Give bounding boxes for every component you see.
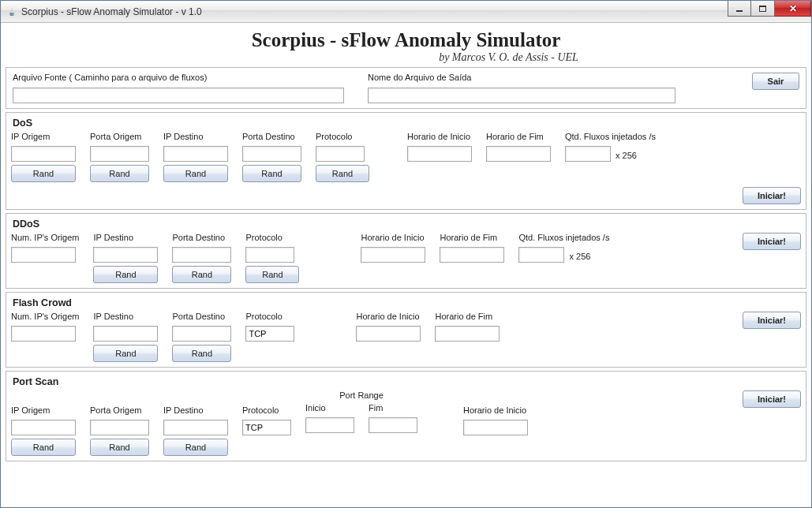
ddos-hinicio-label: Horario de Inicio	[361, 233, 425, 242]
dos-protocolo-rand-button[interactable]: Rand	[316, 165, 369, 182]
ps-inicio-label: Inicio	[305, 403, 354, 413]
ddos-action-col: Iniciar!	[743, 233, 801, 250]
ddos-qtd-input[interactable]	[518, 247, 564, 263]
ps-hinicio-input[interactable]	[463, 420, 528, 435]
ddos-protocolo-rand-button[interactable]: Rand	[245, 266, 299, 283]
ddos-qtd-label: Qtd. Fluxos injetados /s	[518, 233, 609, 242]
ddos-ipdestino-input[interactable]	[93, 247, 158, 263]
dos-protocolo-label: Protocolo	[316, 132, 369, 141]
portscan-title: Port Scan	[13, 376, 801, 387]
ps-iniciar-button[interactable]: Iniciar!	[743, 390, 801, 408]
dos-qtd-label: Qtd. Fluxos injetados /s	[565, 132, 656, 141]
flash-protocolo-input[interactable]	[245, 326, 294, 342]
flash-hinicio-input[interactable]	[356, 326, 421, 342]
ps-inicio-input[interactable]	[305, 417, 354, 433]
ddos-numips-input[interactable]	[11, 247, 76, 263]
flash-portadestino-input[interactable]	[172, 326, 231, 342]
ps-action-col: Iniciar!	[743, 390, 801, 408]
ps-fim-input[interactable]	[369, 417, 417, 433]
source-file-input[interactable]	[13, 88, 344, 103]
flash-portadestino-label: Porta Destino	[172, 312, 231, 321]
ddos-ipdestino-label: IP Destino	[93, 233, 158, 242]
dos-ip-destino-input[interactable]	[163, 146, 228, 162]
app-window: Scorpius - sFlow Anomaly Simulator - v 1…	[0, 0, 812, 508]
dos-protocolo-group: Protocolo Rand	[316, 132, 369, 182]
ddos-protocolo-group: Protocolo Rand	[245, 233, 299, 283]
flash-row: Num. IP's Origem IP Destino Rand Porta D…	[11, 312, 801, 362]
dos-ip-origem-input[interactable]	[11, 146, 76, 162]
ps-ip-destino-group: IP Destino Rand	[163, 390, 228, 456]
dos-ip-destino-label: IP Destino	[163, 132, 228, 141]
dos-porta-destino-input[interactable]	[242, 146, 301, 162]
flash-hinicio-group: Horario de Inicio	[356, 312, 421, 342]
portscan-panel: Port Scan IP Origem Rand Porta Origem Ra…	[6, 371, 806, 461]
ps-porta-origem-input[interactable]	[90, 420, 149, 435]
dos-iniciar-button[interactable]: Iniciar!	[743, 187, 801, 204]
flash-title: Flash Crowd	[13, 297, 801, 308]
ps-ip-origem-input[interactable]	[11, 420, 76, 435]
ps-porta-origem-rand-button[interactable]: Rand	[90, 439, 149, 456]
exit-button[interactable]: Sair	[752, 73, 799, 90]
flash-hfim-group: Horario de Fim	[435, 312, 500, 342]
dos-qtd-input[interactable]	[565, 146, 611, 162]
ps-hinicio-label: Horario de Inicio	[463, 405, 528, 415]
flash-ipdestino-rand-button[interactable]: Rand	[93, 345, 158, 362]
dos-hinicio-input[interactable]	[407, 146, 472, 162]
flash-ipdestino-label: IP Destino	[93, 312, 158, 321]
ps-porta-origem-group: Porta Origem Rand	[90, 390, 149, 456]
ddos-numips-group: Num. IP's Origem	[11, 233, 79, 263]
ddos-title: DDoS	[13, 219, 801, 230]
flash-ipdestino-input[interactable]	[93, 326, 158, 342]
dos-ip-destino-rand-button[interactable]: Rand	[163, 165, 228, 182]
portscan-row: IP Origem Rand Porta Origem Rand IP Dest…	[11, 390, 801, 456]
output-file-group: Nome do Arquivo de Saída	[368, 73, 675, 103]
ddos-portadestino-rand-button[interactable]: Rand	[172, 266, 231, 283]
ddos-portadestino-label: Porta Destino	[172, 233, 231, 242]
dos-hinicio-label: Horario de Inicio	[407, 132, 472, 141]
flash-protocolo-label: Protocolo	[245, 312, 294, 321]
dos-row: IP Origem Rand Porta Origem Rand IP Dest…	[11, 132, 801, 182]
ddos-hfim-input[interactable]	[440, 247, 504, 263]
minimize-button[interactable]	[728, 1, 751, 17]
ps-ip-destino-rand-button[interactable]: Rand	[163, 439, 228, 456]
java-icon	[6, 6, 18, 18]
ps-ip-origem-rand-button[interactable]: Rand	[11, 439, 76, 456]
flash-portadestino-rand-button[interactable]: Rand	[172, 345, 231, 362]
ddos-protocolo-input[interactable]	[245, 247, 294, 263]
dos-panel: DoS IP Origem Rand Porta Origem Rand IP …	[6, 112, 806, 210]
ddos-qtd-group: Qtd. Fluxos injetados /s x 256	[518, 233, 609, 263]
dos-protocolo-input[interactable]	[316, 146, 365, 162]
flash-hinicio-label: Horario de Inicio	[356, 312, 421, 321]
window-controls: ✕	[728, 1, 811, 17]
flash-ipdestino-group: IP Destino Rand	[93, 312, 158, 362]
ps-protocolo-input[interactable]	[242, 420, 291, 435]
dos-porta-origem-input[interactable]	[90, 146, 149, 162]
dos-hfim-input[interactable]	[486, 146, 551, 162]
ddos-portadestino-input[interactable]	[172, 247, 231, 263]
ddos-hfim-group: Horario de Fim	[440, 233, 504, 263]
flash-iniciar-button[interactable]: Iniciar!	[743, 312, 801, 329]
dos-porta-destino-rand-button[interactable]: Rand	[242, 165, 301, 182]
file-panel: Arquivo Fonte ( Caminho para o arquivo d…	[6, 67, 806, 109]
dos-x256: x 256	[616, 148, 637, 160]
dos-porta-origem-rand-button[interactable]: Rand	[90, 165, 149, 182]
ps-ip-destino-input[interactable]	[163, 420, 228, 435]
exit-col: Sair	[752, 73, 799, 90]
flash-hfim-input[interactable]	[435, 326, 500, 342]
ddos-hinicio-input[interactable]	[361, 247, 425, 263]
dos-ip-origem-rand-button[interactable]: Rand	[11, 165, 76, 182]
output-file-input[interactable]	[368, 88, 675, 103]
maximize-button[interactable]	[751, 1, 775, 17]
flash-action-col: Iniciar!	[743, 312, 801, 329]
source-file-group: Arquivo Fonte ( Caminho para o arquivo d…	[13, 73, 344, 103]
close-button[interactable]: ✕	[775, 1, 811, 17]
ddos-protocolo-label: Protocolo	[245, 233, 299, 242]
ddos-ipdestino-rand-button[interactable]: Rand	[93, 266, 158, 283]
flash-hfim-label: Horario de Fim	[435, 312, 500, 321]
dos-hinicio-group: Horario de Inicio	[407, 132, 472, 162]
ps-range-group: Port Range Inicio Fim	[305, 390, 417, 433]
ps-inicio-group: Inicio	[305, 403, 354, 433]
ps-ip-origem-group: IP Origem Rand	[11, 390, 76, 456]
ddos-iniciar-button[interactable]: Iniciar!	[743, 233, 801, 250]
flash-numips-input[interactable]	[11, 326, 76, 342]
